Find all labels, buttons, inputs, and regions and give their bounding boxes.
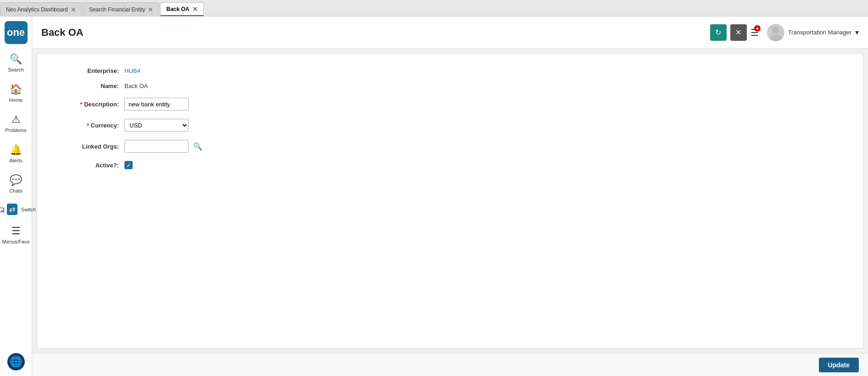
- sidebar-item-home[interactable]: 🏠 Home: [0, 78, 32, 108]
- tab-bar: Neo Analytics Dashboard ✕ Search Financi…: [0, 0, 868, 17]
- switch-icon1: 🗂: [0, 204, 5, 215]
- active-label: Active?:: [56, 162, 124, 169]
- search-icon: 🔍: [10, 53, 22, 65]
- sidebar-item-search[interactable]: 🔍 Search: [0, 48, 32, 78]
- menu-button[interactable]: ☰ ★: [750, 27, 759, 38]
- page-header: Back OA ↻ ✕ ☰ ★: [32, 17, 868, 49]
- form-container: Enterprise: HUB4 Name: Back OA Descripti…: [37, 53, 863, 348]
- problems-icon: ⚠: [11, 114, 21, 126]
- sidebar-item-chats[interactable]: 💬 Chats: [0, 169, 32, 199]
- menu-badge: ★: [754, 25, 761, 32]
- close-form-button[interactable]: ✕: [730, 24, 747, 41]
- tab-search-financial[interactable]: Search Financial Entity ✕: [83, 2, 160, 16]
- main-layout: one 🔍 Search 🏠 Home ⚠ Problems 🔔 Alerts …: [0, 17, 868, 376]
- form-row-name: Name: Back OA: [56, 83, 845, 89]
- sidebar-item-globe[interactable]: 🌐: [0, 348, 32, 376]
- sidebar-item-switch[interactable]: 🗂 ⇄ Switch: [0, 199, 32, 220]
- user-section: Transportation Manager ▾: [767, 24, 859, 41]
- sidebar-item-menus-favs-label: Menus/Favs: [2, 239, 30, 244]
- refresh-icon: ↻: [715, 28, 721, 37]
- switch-icon2: ⇄: [7, 204, 17, 215]
- tab-search-financial-close[interactable]: ✕: [148, 6, 153, 13]
- update-button[interactable]: Update: [819, 358, 859, 372]
- menus-favs-icon: ☰: [11, 225, 21, 237]
- sidebar: one 🔍 Search 🏠 Home ⚠ Problems 🔔 Alerts …: [0, 17, 32, 376]
- user-dropdown-icon[interactable]: ▾: [855, 28, 859, 37]
- sidebar-item-alerts[interactable]: 🔔 Alerts: [0, 138, 32, 169]
- alerts-icon: 🔔: [10, 144, 22, 156]
- sidebar-item-search-label: Search: [8, 67, 24, 72]
- linked-orgs-group: 🔍: [124, 140, 204, 153]
- chats-icon: 💬: [10, 174, 22, 186]
- globe-icon: 🌐: [10, 356, 22, 368]
- description-label: Description:: [56, 101, 124, 108]
- enterprise-label: Enterprise:: [56, 67, 124, 74]
- currency-label: Currency:: [56, 122, 124, 129]
- sidebar-logo[interactable]: one: [5, 21, 28, 44]
- form-row-currency: Currency: USD EUR GBP CAD: [56, 119, 845, 132]
- header-actions: ↻ ✕ ☰ ★ Transportation Manag: [710, 24, 859, 41]
- avatar: [767, 24, 784, 41]
- form-row-active: Active?: ✓: [56, 161, 845, 169]
- tab-neo-analytics[interactable]: Neo Analytics Dashboard ✕: [0, 2, 82, 16]
- tab-back-oa[interactable]: Back OA ✕: [160, 2, 203, 16]
- form-row-enterprise: Enterprise: HUB4: [56, 67, 845, 74]
- linked-orgs-search-button[interactable]: 🔍: [191, 140, 204, 153]
- linked-orgs-search-icon: 🔍: [193, 142, 202, 151]
- sidebar-item-menus-favs[interactable]: ☰ Menus/Favs: [0, 220, 32, 250]
- sidebar-item-problems-label: Problems: [5, 127, 26, 133]
- tab-back-oa-close[interactable]: ✕: [192, 6, 198, 12]
- name-label: Name:: [56, 83, 124, 89]
- tab-back-oa-label: Back OA: [166, 6, 189, 12]
- sidebar-item-home-label: Home: [9, 97, 22, 103]
- content-area: Back OA ↻ ✕ ☰ ★: [32, 17, 868, 376]
- home-icon: 🏠: [10, 83, 22, 95]
- bottom-bar: Update: [32, 353, 868, 376]
- refresh-button[interactable]: ↻: [710, 24, 727, 41]
- linked-orgs-label: Linked Orgs:: [56, 143, 124, 150]
- enterprise-value[interactable]: HUB4: [124, 67, 140, 74]
- currency-select[interactable]: USD EUR GBP CAD: [124, 119, 189, 132]
- page-title: Back OA: [41, 27, 710, 39]
- sidebar-item-alerts-label: Alerts: [9, 158, 22, 163]
- form-row-linked-orgs: Linked Orgs: 🔍: [56, 140, 845, 153]
- active-checkbox[interactable]: ✓: [124, 161, 133, 169]
- sidebar-item-chats-label: Chats: [9, 188, 22, 194]
- sidebar-item-problems[interactable]: ⚠ Problems: [0, 108, 32, 138]
- svg-point-1: [770, 35, 782, 41]
- name-value: Back OA: [124, 83, 148, 89]
- user-name: Transportation Manager: [788, 29, 851, 36]
- svg-point-0: [772, 27, 779, 34]
- tab-neo-analytics-close[interactable]: ✕: [71, 6, 76, 13]
- form-row-description: Description:: [56, 98, 845, 111]
- linked-orgs-input[interactable]: [124, 140, 189, 153]
- close-form-icon: ✕: [735, 28, 741, 37]
- tab-neo-analytics-label: Neo Analytics Dashboard: [6, 6, 68, 13]
- tab-search-financial-label: Search Financial Entity: [89, 6, 146, 13]
- description-input[interactable]: [124, 98, 189, 111]
